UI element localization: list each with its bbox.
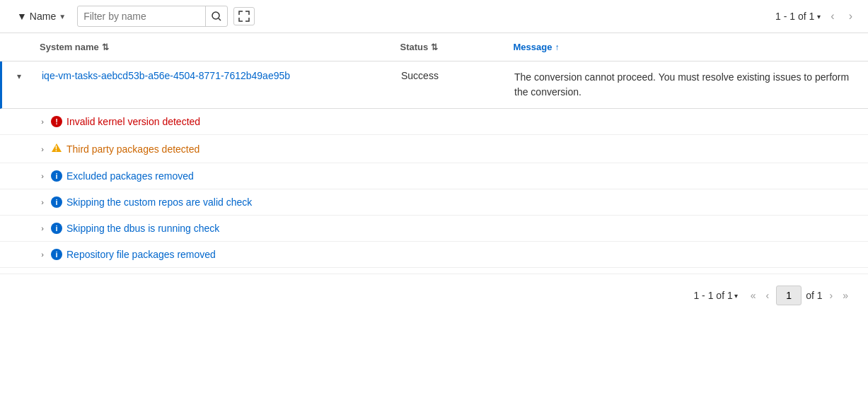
pagination-bottom-chevron-icon[interactable]: ▾ xyxy=(734,292,738,300)
expand-col: ▾ xyxy=(2,70,36,81)
system-name-sort-icon[interactable]: ⇅ xyxy=(102,42,109,52)
task-link[interactable]: iqe-vm-tasks-aebcd53b-a56e-4504-8771-761… xyxy=(36,70,296,81)
search-icon xyxy=(212,11,221,21)
col-status-label: Status xyxy=(400,42,429,52)
sub-row-expand-col: › xyxy=(34,198,51,206)
sub-row: › ! Third party packages detected xyxy=(0,135,868,163)
col-system-name: System name ⇅ xyxy=(34,39,395,55)
sub-row-icon-col: i xyxy=(51,249,66,260)
sub-row-icon-col: i xyxy=(51,223,66,234)
sub-row-expand-button[interactable]: › xyxy=(41,172,44,180)
main-task-row: ▾ iqe-vm-tasks-aebcd53b-a56e-4504-8771-7… xyxy=(0,61,868,109)
of-total-label: of 1 xyxy=(806,290,822,301)
sub-row-expand-col: › xyxy=(34,224,51,233)
search-input[interactable] xyxy=(78,8,205,25)
prev-page-button-top[interactable]: ‹ xyxy=(826,8,838,24)
pagination-chevron-icon[interactable]: ▾ xyxy=(817,13,821,20)
main-row-message: The conversion cannot proceed. You must … xyxy=(509,70,868,100)
sub-row: › ! Invalid kernel version detected xyxy=(0,109,868,135)
expand-icon xyxy=(238,11,250,22)
main-row-expand-button[interactable]: ▾ xyxy=(17,71,21,81)
next-page-button-top[interactable]: › xyxy=(845,8,857,24)
sub-row-icon-col: i xyxy=(51,170,66,182)
search-button[interactable] xyxy=(205,6,227,26)
sub-row-expand-button[interactable]: › xyxy=(41,224,44,233)
sub-row-label[interactable]: Skipping the dbus is running check xyxy=(66,223,868,234)
info-icon: i xyxy=(51,170,62,182)
col-expand xyxy=(0,39,34,55)
sub-row: › i Repository file packages removed xyxy=(0,242,868,268)
sub-row-label[interactable]: Excluded packages removed xyxy=(66,170,868,182)
table-header: System name ⇅ Status ⇅ Message ↑ xyxy=(0,33,868,61)
sub-row-expand-button[interactable]: › xyxy=(41,198,44,206)
svg-text:!: ! xyxy=(55,145,57,153)
sub-row-expand-col: › xyxy=(34,172,51,180)
sub-row-icon-col: ! xyxy=(51,116,66,127)
page-input[interactable] xyxy=(776,286,802,305)
info-icon: i xyxy=(51,223,62,234)
sub-row-icon-col: i xyxy=(51,196,66,208)
sub-row-label[interactable]: Invalid kernel version detected xyxy=(66,116,868,127)
message-sort-icon[interactable]: ↑ xyxy=(555,42,559,52)
sub-row-expand-button[interactable]: › xyxy=(41,145,44,153)
sub-row-label[interactable]: Repository file packages removed xyxy=(66,249,868,260)
col-message-label: Message xyxy=(514,42,552,52)
sub-row: › i Excluded packages removed xyxy=(0,163,868,189)
main-row-status: Success xyxy=(395,70,509,81)
filter-label: Name xyxy=(30,11,56,22)
toolbar: ▼ Name ▼ 1 - 1 of 1 ▾ ‹ › xyxy=(0,0,868,33)
first-page-button[interactable]: « xyxy=(748,288,759,303)
warning-icon: ! xyxy=(51,142,62,155)
pagination-range-bottom-text: 1 - 1 of 1 xyxy=(693,290,732,301)
filter-icon: ▼ xyxy=(17,11,27,22)
sub-row: › i Skipping the dbus is running check xyxy=(0,216,868,242)
info-icon: i xyxy=(51,196,62,208)
prev-page-button-bottom[interactable]: ‹ xyxy=(763,288,772,303)
svg-line-1 xyxy=(219,18,221,20)
main-row-system-name: iqe-vm-tasks-aebcd53b-a56e-4504-8771-761… xyxy=(36,70,395,81)
sub-row-expand-button[interactable]: › xyxy=(41,250,44,259)
filter-button[interactable]: ▼ Name ▼ xyxy=(11,8,71,25)
svg-point-0 xyxy=(212,12,219,19)
info-icon: i xyxy=(51,249,62,260)
filter-chevron-icon: ▼ xyxy=(59,13,66,20)
status-sort-icon[interactable]: ⇅ xyxy=(431,42,438,52)
sub-row-expand-button[interactable]: › xyxy=(41,117,44,126)
sub-row-label[interactable]: Third party packages detected xyxy=(66,143,868,155)
pagination-range-top: 1 - 1 of 1 xyxy=(775,11,814,22)
error-icon: ! xyxy=(51,116,62,127)
bottom-pagination: 1 - 1 of 1 ▾ « ‹ of 1 › » xyxy=(0,274,868,317)
sub-row-expand-col: › xyxy=(34,117,51,126)
sub-row-icon-col: ! xyxy=(51,142,66,155)
expand-collapse-button[interactable] xyxy=(233,7,255,25)
last-page-button[interactable]: » xyxy=(840,288,851,303)
col-status: Status ⇅ xyxy=(395,39,508,55)
search-wrapper xyxy=(77,6,228,27)
col-system-name-label: System name xyxy=(40,42,99,52)
sub-rows-container: › ! Invalid kernel version detected › ! … xyxy=(0,109,868,268)
sub-row: › i Skipping the custom repos are valid … xyxy=(0,189,868,216)
sub-row-label[interactable]: Skipping the custom repos are valid chec… xyxy=(66,196,868,208)
pagination-range-bottom: 1 - 1 of 1 ▾ xyxy=(693,290,737,301)
sub-row-expand-col: › xyxy=(34,145,51,153)
next-page-button-bottom[interactable]: › xyxy=(827,288,836,303)
col-message: Message ↑ xyxy=(508,39,869,55)
sub-row-expand-col: › xyxy=(34,250,51,259)
pagination-top: 1 - 1 of 1 ▾ xyxy=(775,11,821,22)
